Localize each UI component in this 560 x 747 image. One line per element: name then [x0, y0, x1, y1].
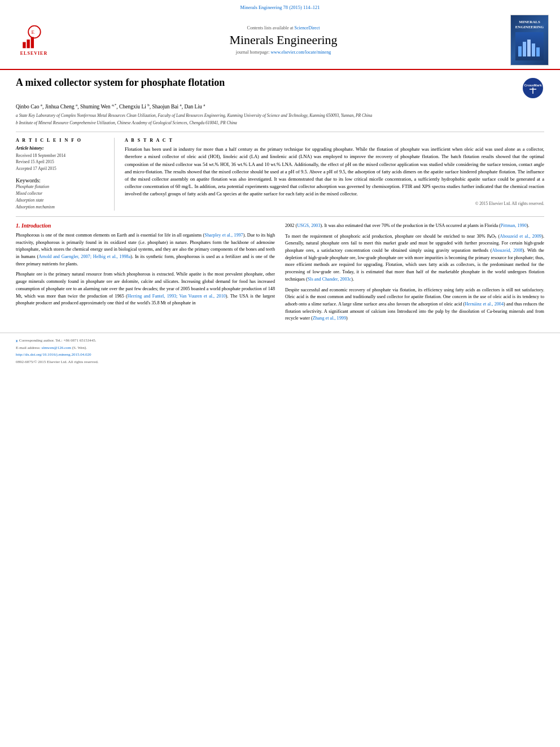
- keywords-heading: Keywords:: [16, 177, 107, 184]
- ref-sharpley[interactable]: Sharpley et al., 1997: [204, 233, 243, 238]
- cover-label-2: ENGINEERING: [515, 25, 544, 30]
- crossmark-icon: CrossMark: [523, 78, 543, 98]
- journal-ref: Minerals Engineering 78 (2015) 114–121: [11, 5, 549, 10]
- body-section: 1. Introduction Phosphorous is one of th…: [16, 216, 544, 326]
- cover-label: MINERALS: [515, 20, 544, 25]
- keyword-3: Adsorption state: [16, 197, 107, 204]
- introduced-text: Introduced: [397, 309, 417, 314]
- body-right: 2002 (USGS, 2003). It was also estimated…: [285, 222, 544, 326]
- corresponding-author-text: Corresponding author. Tel.: +86 0871 651…: [19, 338, 97, 343]
- crossmark-svg: CrossMark: [524, 79, 542, 97]
- journal-homepage: journal homepage: www.elsevier.com/locat…: [56, 50, 510, 55]
- ref-abouzeid2009[interactable]: Abouzeid et al., 2009: [500, 234, 541, 239]
- received-date: Received 18 September 2014: [16, 152, 107, 159]
- email-label: E-mail address:: [16, 346, 41, 350]
- svg-rect-9: [532, 43, 535, 56]
- left-column: A R T I C L E I N F O Article history: R…: [16, 138, 115, 211]
- elsevier-label: ELSEVIER: [20, 51, 47, 56]
- svg-rect-2: [27, 40, 29, 48]
- ref-hernainez[interactable]: Hernáinz et al., 2004: [465, 302, 504, 307]
- introduction-heading: 1. Introduction: [16, 222, 275, 229]
- svg-rect-6: [518, 46, 522, 56]
- email-suffix: (S. Wen).: [72, 346, 87, 350]
- ref-arnold[interactable]: Arnold and Gaengler, 2007; Helbig et al.…: [38, 254, 130, 259]
- elsevier-tree-icon: E: [19, 24, 50, 50]
- svg-text:CrossMark: CrossMark: [524, 84, 542, 87]
- email-note: E-mail address: slmwen@126.com (S. Wen).: [16, 345, 98, 351]
- authors-line: Qinbo Cao a, Jinhua Cheng a, Shuming Wen…: [16, 103, 544, 110]
- article-title: A mixed collector system for phosphate f…: [16, 77, 522, 89]
- journal-title: Minerals Engineering: [56, 33, 510, 47]
- abstract-heading: A B S T R A C T: [125, 138, 544, 143]
- elsevier-logo: E ELSEVIER: [11, 24, 56, 56]
- affiliation-b: b Institute of Mineral Resource Comprehe…: [16, 120, 544, 126]
- affiliation-a: a State Key Laboratory of Complex Nonfer…: [16, 113, 544, 119]
- svg-rect-7: [523, 42, 526, 56]
- ref-sls[interactable]: Sls and Chander, 2003c: [308, 277, 351, 282]
- svg-text:E: E: [31, 29, 34, 35]
- email-address[interactable]: slmwen@126.com: [42, 346, 72, 350]
- sciencedirect-link[interactable]: ScienceDirect: [295, 25, 320, 30]
- keywords-section: Keywords: Phosphate flotation Mixed coll…: [16, 177, 107, 211]
- ref-zhang[interactable]: Zhang et al., 1999: [313, 316, 346, 321]
- doi-link[interactable]: http://dx.doi.org/10.1016/j.mineng.2015.…: [16, 352, 91, 357]
- intro-para5: Despite successful and economic recovery…: [285, 287, 544, 323]
- keyword-2: Mixed collector: [16, 190, 107, 197]
- keyword-1: Phosphate flotation: [16, 184, 107, 190]
- svg-rect-8: [527, 40, 531, 56]
- page: Minerals Engineering 78 (2015) 114–121 E…: [0, 0, 560, 747]
- article-info-abstract: A R T I C L E I N F O Article history: R…: [16, 132, 544, 211]
- affiliations: a State Key Laboratory of Complex Nonfer…: [16, 113, 544, 126]
- cover-image: [515, 32, 544, 60]
- sciencedirect-line: Contents lists available at ScienceDirec…: [56, 25, 510, 30]
- article-content: A mixed collector system for phosphate f…: [0, 70, 560, 333]
- copyright-line: © 2015 Elsevier Ltd. All rights reserved…: [125, 201, 544, 206]
- article-history: Article history: Received 18 September 2…: [16, 146, 107, 172]
- intro-para2: Phosphate ore is the primary natural res…: [16, 271, 275, 307]
- homepage-label: journal homepage:: [236, 50, 270, 55]
- body-left: 1. Introduction Phosphorous is one of th…: [16, 222, 275, 326]
- svg-rect-1: [23, 42, 25, 49]
- article-title-section: A mixed collector system for phosphate f…: [16, 77, 544, 99]
- keyword-4: Adsorption mechanism: [16, 204, 107, 211]
- intro-para4: To meet the requirement of phosphoric ac…: [285, 233, 544, 283]
- history-heading: Article history:: [16, 146, 107, 151]
- page-footer: ⁎ Corresponding author. Tel.: +86 0871 6…: [0, 333, 560, 369]
- crossmark[interactable]: CrossMark: [522, 77, 544, 99]
- homepage-url[interactable]: www.elsevier.com/locate/mineng: [271, 50, 331, 55]
- accepted-date: Accepted 17 April 2015: [16, 165, 107, 172]
- article-info-heading: A R T I C L E I N F O: [16, 138, 107, 143]
- footnote-marker: ⁎: [16, 338, 18, 343]
- header-inner: E ELSEVIER Contents lists available at S…: [11, 12, 549, 69]
- right-column: A B S T R A C T Flotation has been used …: [125, 138, 544, 211]
- intro-para1: Phosphorous is one of the most common el…: [16, 232, 275, 268]
- header-center: Contents lists available at ScienceDirec…: [56, 25, 510, 55]
- intro-para3: 2002 (USGS, 2003). It was also estimated…: [285, 222, 544, 230]
- journal-header: Minerals Engineering 78 (2015) 114–121 E…: [0, 0, 560, 70]
- ref-pittman[interactable]: Pittman, 1990: [501, 223, 527, 228]
- rights-note: 0892-6875/© 2015 Elsevier Ltd. All right…: [16, 359, 98, 365]
- ref-usgs[interactable]: USGS, 2003: [297, 223, 320, 228]
- svg-rect-10: [536, 47, 540, 56]
- cover-chart-icon: [517, 35, 542, 58]
- revised-date: Revised 15 April 2015: [16, 159, 107, 165]
- corresponding-author-note: ⁎ Corresponding author. Tel.: +86 0871 6…: [16, 338, 98, 344]
- body-two-col: 1. Introduction Phosphorous is one of th…: [16, 222, 544, 326]
- footer-left: ⁎ Corresponding author. Tel.: +86 0871 6…: [16, 338, 98, 366]
- journal-cover: MINERALS ENGINEERING: [510, 15, 549, 65]
- doi-note: http://dx.doi.org/10.1016/j.mineng.2015.…: [16, 352, 98, 358]
- abstract-text: Flotation has been used in industry for …: [125, 146, 544, 198]
- svg-rect-3: [30, 37, 33, 49]
- ref-herring[interactable]: Herring and Fantel, 1993; Van Vuuren et …: [128, 294, 226, 299]
- sciencedirect-text: Contents lists available at: [247, 25, 294, 30]
- ref-abouzeid2008[interactable]: Abouzeid, 2008: [492, 248, 522, 253]
